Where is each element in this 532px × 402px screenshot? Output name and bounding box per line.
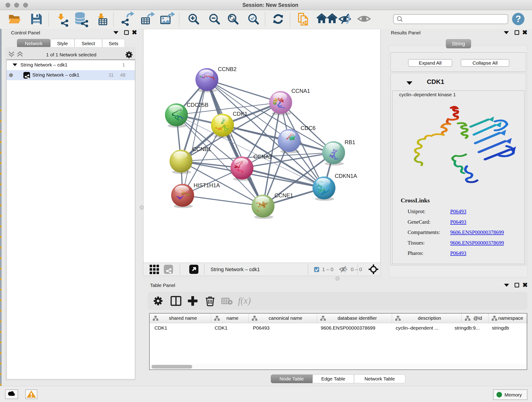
- svg-text:0 – 0: 0 – 0: [351, 267, 362, 272]
- svg-text:CCNA2: CCNA2: [253, 153, 272, 160]
- svg-text:?: ?: [515, 14, 521, 24]
- svg-text:1 – 0: 1 – 0: [322, 267, 333, 272]
- svg-text:CCNB2: CCNB2: [218, 66, 236, 72]
- svg-text:CDKN1A: CDKN1A: [335, 173, 357, 179]
- svg-text:CDC6: CDC6: [301, 125, 316, 131]
- svg-text:f(x): f(x): [238, 295, 251, 306]
- svg-text:Memory: Memory: [505, 392, 522, 397]
- svg-text:CCNE1: CCNE1: [274, 192, 293, 198]
- svg-text:CCNA1: CCNA1: [291, 88, 310, 94]
- svg-text:HIST1H1A: HIST1H1A: [194, 182, 220, 188]
- svg-text:CDC25B: CDC25B: [187, 102, 209, 108]
- svg-text:1 of 1 Network selected: 1 of 1 Network selected: [46, 52, 96, 57]
- svg-text:CCNB1: CCNB1: [192, 146, 211, 152]
- svg-text:CDK1: CDK1: [233, 111, 247, 117]
- svg-text:RB1: RB1: [345, 139, 355, 145]
- svg-text:String Network – cdk1: String Network – cdk1: [210, 267, 260, 272]
